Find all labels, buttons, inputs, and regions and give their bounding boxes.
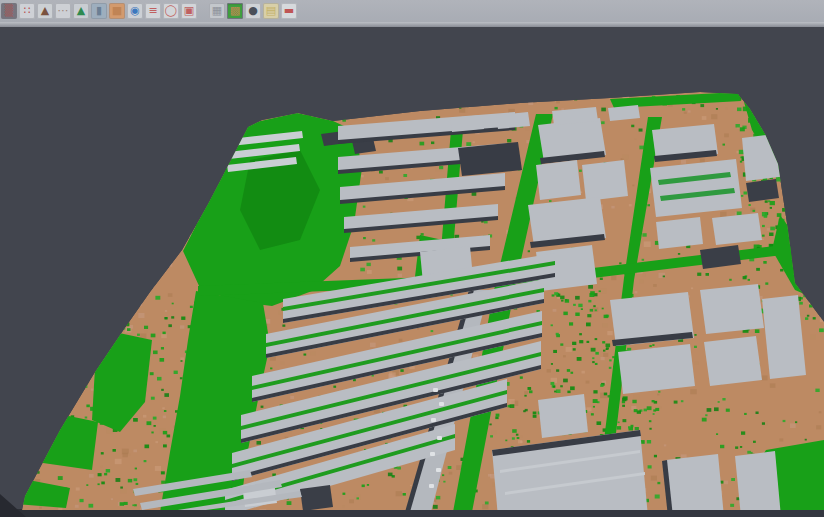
- orthophoto-icon[interactable]: ■: [109, 3, 125, 19]
- bldgC-B: [536, 160, 581, 200]
- red-panel-icon[interactable]: ▬: [281, 3, 297, 19]
- bldgD-2: [650, 159, 742, 217]
- bldgF-3: [735, 451, 781, 517]
- bldgE-4: [704, 336, 762, 386]
- car: [430, 452, 435, 456]
- yellow-panel-icon[interactable]: ▤: [263, 3, 279, 19]
- rowB-dark-slab: [458, 142, 522, 176]
- application-window: { "window": { "kind": "point-cloud-3d-vi…: [0, 0, 824, 517]
- bldgD-4: [656, 217, 703, 249]
- bldgD-5: [712, 213, 762, 245]
- car: [439, 402, 444, 406]
- terrain-icon[interactable]: ▲: [37, 3, 53, 19]
- bldgC-C: [582, 160, 628, 201]
- car: [431, 418, 436, 422]
- bldgF-small: [538, 394, 588, 438]
- bldg-top-1: [450, 115, 484, 132]
- slab-icon[interactable]: ▮: [91, 3, 107, 19]
- viewport-bottom-strip: [0, 509, 210, 517]
- globe-icon[interactable]: ◉: [127, 3, 143, 19]
- classified-points-icon[interactable]: ∷: [19, 3, 35, 19]
- bldgE-3: [618, 344, 695, 394]
- 3d-viewport[interactable]: [0, 27, 824, 517]
- ground-classification-icon[interactable]: ▲: [73, 3, 89, 19]
- car: [433, 388, 438, 392]
- bldgE-2: [700, 284, 764, 334]
- scene-svg: [0, 27, 824, 517]
- bldgF-2: [666, 454, 724, 517]
- red-layers-icon[interactable]: ≡: [145, 3, 161, 19]
- classification-map-icon[interactable]: ▩: [227, 3, 243, 19]
- bldg-top-2: [496, 112, 530, 129]
- sparse-points-icon[interactable]: ⋯: [55, 3, 71, 19]
- dark-sphere-icon[interactable]: ●: [245, 3, 261, 19]
- point-cloud-icon[interactable]: ▒: [1, 3, 17, 19]
- car: [437, 436, 442, 440]
- dark-roof-small: [300, 485, 333, 511]
- car: [436, 468, 441, 472]
- main-toolbar: ▒∷▲⋯▲▮■◉≡◯▣▦▩●▤▬: [0, 0, 824, 22]
- bldgD-3-shadow: [746, 179, 779, 202]
- circle-selection-icon[interactable]: ◯: [163, 3, 179, 19]
- grid-icon[interactable]: ▦: [209, 3, 225, 19]
- region-crop-icon[interactable]: ▣: [181, 3, 197, 19]
- car: [429, 484, 434, 488]
